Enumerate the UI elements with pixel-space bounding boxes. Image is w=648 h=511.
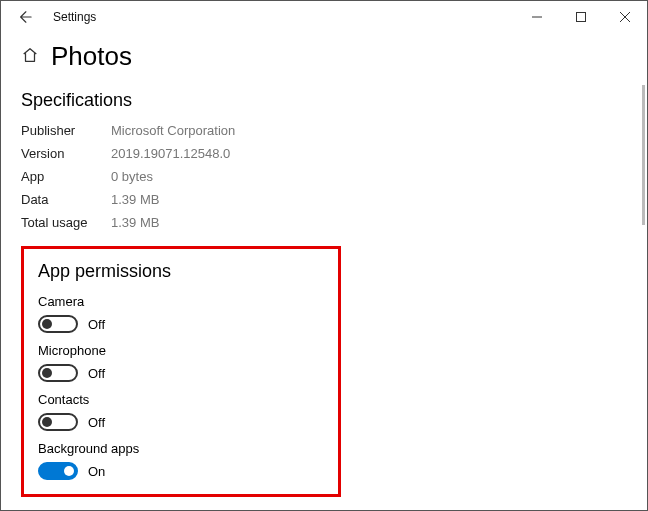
spec-value: Microsoft Corporation [111, 123, 235, 138]
spec-row: Total usage 1.39 MB [21, 215, 627, 230]
titlebar: Settings [1, 1, 647, 33]
permission-label: Background apps [38, 441, 324, 456]
permission-label: Camera [38, 294, 324, 309]
spec-row: Publisher Microsoft Corporation [21, 123, 627, 138]
app-permissions-section: App permissions Camera Off Microphone Of… [21, 246, 341, 497]
spec-label: App [21, 169, 111, 184]
toggle-state: Off [88, 415, 105, 430]
spec-value: 1.39 MB [111, 192, 159, 207]
permission-contacts: Contacts Off [38, 392, 324, 431]
toggle-state: On [88, 464, 105, 479]
spec-label: Version [21, 146, 111, 161]
toggle-state: Off [88, 366, 105, 381]
specifications-heading: Specifications [21, 90, 627, 111]
permission-camera: Camera Off [38, 294, 324, 333]
window-controls [515, 2, 647, 32]
permissions-heading: App permissions [38, 261, 324, 282]
spec-label: Publisher [21, 123, 111, 138]
page-title: Photos [51, 41, 132, 72]
toggle-camera[interactable] [38, 315, 78, 333]
close-button[interactable] [603, 2, 647, 32]
back-button[interactable] [9, 1, 41, 33]
spec-row: Data 1.39 MB [21, 192, 627, 207]
spec-value: 1.39 MB [111, 215, 159, 230]
minimize-button[interactable] [515, 2, 559, 32]
home-icon[interactable] [21, 46, 39, 68]
arrow-left-icon [18, 10, 32, 24]
permission-background-apps: Background apps On [38, 441, 324, 480]
permission-label: Microphone [38, 343, 324, 358]
toggle-contacts[interactable] [38, 413, 78, 431]
toggle-background-apps[interactable] [38, 462, 78, 480]
toggle-microphone[interactable] [38, 364, 78, 382]
scrollbar[interactable] [642, 85, 645, 225]
page-header: Photos [21, 41, 627, 72]
window-title: Settings [53, 10, 96, 24]
permission-microphone: Microphone Off [38, 343, 324, 382]
content-area: Photos Specifications Publisher Microsof… [1, 33, 647, 497]
close-icon [620, 12, 630, 22]
spec-value: 0 bytes [111, 169, 153, 184]
maximize-button[interactable] [559, 2, 603, 32]
spec-value: 2019.19071.12548.0 [111, 146, 230, 161]
maximize-icon [576, 12, 586, 22]
permission-label: Contacts [38, 392, 324, 407]
svg-rect-1 [577, 13, 586, 22]
spec-row: Version 2019.19071.12548.0 [21, 146, 627, 161]
spec-row: App 0 bytes [21, 169, 627, 184]
toggle-state: Off [88, 317, 105, 332]
spec-label: Total usage [21, 215, 111, 230]
minimize-icon [532, 12, 542, 22]
spec-label: Data [21, 192, 111, 207]
